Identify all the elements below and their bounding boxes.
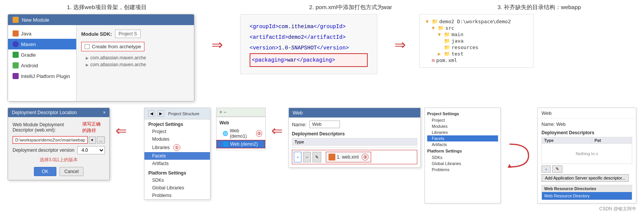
deploy-dropdown-btn[interactable]: ▾ <box>89 137 96 144</box>
np-dd-header: Deployment Descriptors <box>541 130 632 135</box>
web-dialog-title: Web <box>293 110 303 116</box>
deploy-close-btn[interactable]: × <box>103 110 106 115</box>
xml-line-version: <version>1.0-SNAPSHOT</version> <box>250 43 368 53</box>
module-item-gradle[interactable]: Gradle <box>8 49 76 60</box>
dir-test-name: test <box>452 51 463 57</box>
version-value: 1.0-SNAPSHOT <box>279 45 317 51</box>
web-modules-list-panel: Web 🌐 Web (demo1) ② 🌐 Web (demo2) <box>216 117 266 150</box>
add-icon[interactable]: + <box>219 110 222 115</box>
dialog-titlebar: New Module <box>8 14 194 25</box>
np-web-res-item[interactable]: Web Resource Directory <box>542 192 632 200</box>
sp-facets[interactable]: Facets <box>427 135 498 141</box>
dd-table: Type <box>292 138 417 148</box>
dir-main-name: main <box>452 32 463 37</box>
forward-arrow-icon-2: ⇒ <box>394 37 406 53</box>
xml-display: <groupId>com.itheima</groupId> <artifact… <box>240 14 377 74</box>
ps-item-facets[interactable]: Facets <box>144 152 210 160</box>
deploy-path-input[interactable] <box>13 136 88 144</box>
deploy-cancel-button[interactable]: Cancel <box>59 167 83 176</box>
dd-actions: + − ✎ 1. web.xml ③ <box>292 150 417 164</box>
module-item-java[interactable]: Java <box>8 28 76 39</box>
ps-item-global-lib[interactable]: Global Libraries <box>144 184 210 192</box>
name-row: Name: Web <box>292 121 417 128</box>
backward-arrow-icon-2: ⇒ <box>271 123 283 139</box>
archetype-text-1: com.atlassian.maven.arche <box>90 55 146 60</box>
np-nothing-text: Nothing to s <box>542 144 632 164</box>
sp-project[interactable]: Project <box>427 117 498 123</box>
dd-add-btn[interactable]: + <box>294 152 301 162</box>
ps-item-libraries[interactable]: Libraries ① <box>144 143 210 152</box>
web-module-section: + − Web 🌐 Web (demo1) ② 🌐 Web (demo2) <box>216 108 266 150</box>
web-module-dialog: Web Name: Web Deployment Descriptors Typ… <box>288 108 421 168</box>
deploy-hint-text: 填写正确的路径 <box>82 121 105 134</box>
dir-resources: 📁 resources <box>426 44 527 51</box>
module-item-intellij[interactable]: IntelliJ Platform Plugin <box>8 71 76 81</box>
dir-resources-name: resources <box>452 44 478 50</box>
sp-section-ps: Project Settings <box>427 110 498 117</box>
groupid-value: com.itheima <box>279 24 314 30</box>
project-settings-panel: ◀ ▶ Project Structure Project Settings P… <box>144 108 210 200</box>
archetype-item-1[interactable]: ▶ com.atlassian.maven.arche <box>86 55 189 60</box>
remove-icon[interactable]: − <box>224 110 226 115</box>
deploy-ok-button[interactable]: OK <box>34 167 56 176</box>
web-demo2-item[interactable]: 🌐 Web (demo2) <box>216 140 265 148</box>
version-select[interactable]: 4.0 3.0 <box>77 146 105 154</box>
web-demo1-item[interactable]: 🌐 Web (demo1) ② <box>216 127 265 140</box>
dir-main: ▼ 📁 main <box>426 31 527 38</box>
groupid-open-tag: <groupId> <box>250 24 279 30</box>
sp-global-lib[interactable]: Global Libraries <box>427 160 498 167</box>
module-item-android[interactable]: Android <box>8 60 76 71</box>
version-close-tag: </version> <box>317 45 349 51</box>
curved-arrow-svg <box>506 140 532 171</box>
dir-root-name: demo2 D:\workspace\demo2 <box>439 19 511 24</box>
sp-modules[interactable]: Modules <box>427 123 498 129</box>
sp-sdks[interactable]: SDKs <box>427 154 498 160</box>
archetype-checkbox[interactable] <box>85 44 90 49</box>
maven-icon <box>13 41 19 47</box>
name-panel: Web Name: Web Deployment Descriptors Typ… <box>537 108 636 203</box>
archetype-item-2[interactable]: ▶ com.atlassian.maven.arche <box>86 62 189 67</box>
globe-icon-1: 🌐 <box>223 131 228 136</box>
step1-title: 1. 选择web项目骨架，创建项目 <box>8 4 206 11</box>
xml-line-groupid: <groupId>com.itheima</groupId> <box>250 21 368 32</box>
ps-item-problems[interactable]: Problems <box>144 192 210 199</box>
java-icon <box>13 30 19 37</box>
deployment-desc-section: Deployment Descriptors Type <box>292 131 417 164</box>
ps-item-modules[interactable]: Modules <box>144 135 210 143</box>
dd-empty-row <box>292 146 417 148</box>
np-edit-btn[interactable]: ✎ <box>552 165 562 173</box>
ps-item-sdks[interactable]: SDKs <box>144 176 210 184</box>
sp-problems[interactable]: Problems <box>427 167 498 173</box>
nav-back-btn[interactable]: ◀ <box>148 110 155 117</box>
ps-item-artifacts[interactable]: Artifacts <box>144 160 210 167</box>
module-item-maven[interactable]: Maven <box>8 39 76 49</box>
deploy-dialog-title: Deployment Descriptor Location <box>12 110 77 115</box>
archetype-label: Create from archetype <box>92 44 141 49</box>
add-server-btn[interactable]: Add Application Server specific descript… <box>541 174 629 182</box>
packaging-value: war <box>287 57 296 63</box>
nav-fwd-btn[interactable]: ▶ <box>157 110 164 117</box>
ps-item-project[interactable]: Project <box>144 128 210 135</box>
deploy-browse-btn[interactable]: ... <box>97 137 105 143</box>
version-hint: 选择3.0以上的版本 <box>13 157 105 163</box>
version-open-tag: <version> <box>250 45 279 51</box>
name-val: Web <box>309 121 340 128</box>
circle-num-1: ① <box>173 144 180 151</box>
arrow-2-3: ⇒ <box>389 37 412 53</box>
dd-edit-btn[interactable]: ✎ <box>312 152 321 162</box>
dd-remove-btn[interactable]: − <box>303 152 311 162</box>
module-android-label: Android <box>21 63 38 68</box>
sp-artifacts[interactable]: Artifacts <box>427 141 498 148</box>
bottom-row: Deployment Descriptor Location × Web Mod… <box>8 108 636 203</box>
sdk-value: Project S <box>115 30 141 38</box>
np-name-field: Name: Web <box>541 122 632 127</box>
archetype-checkbox-row[interactable]: Create from archetype <box>81 42 144 51</box>
sp-libraries[interactable]: Libraries <box>427 129 498 135</box>
maven-icon-pom: m <box>432 57 435 63</box>
deploy-field-label: Web Module Deployment Descriptor (web.xm… <box>13 121 105 134</box>
top-content-row: New Module Java Maven <box>8 14 636 102</box>
xml-file-row: 1. web.xml ③ <box>326 152 371 162</box>
module-intellij-label: IntelliJ Platform Plugin <box>21 73 70 79</box>
np-add-btn[interactable]: + <box>541 165 551 173</box>
dialog-title: New Module <box>22 17 49 23</box>
